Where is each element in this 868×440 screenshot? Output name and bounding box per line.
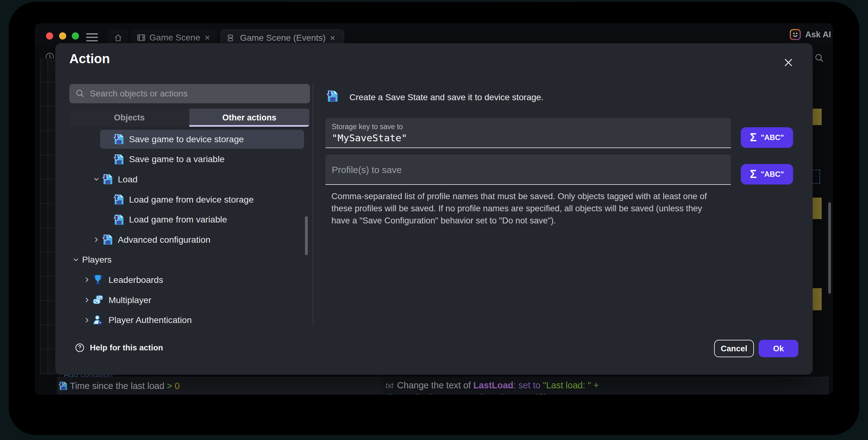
tab-objects[interactable]: Objects: [69, 109, 189, 127]
action-search[interactable]: [69, 84, 310, 103]
tree-item[interactable]: Load: [69, 169, 309, 189]
condition-row[interactable]: Time since the last load > 0: [57, 377, 382, 394]
txt-icon: txt: [385, 381, 393, 390]
ask-ai-button[interactable]: Ask AI: [789, 29, 831, 40]
tree-item-label: Players: [82, 255, 112, 265]
condition-text: Time since the last load: [70, 381, 164, 391]
tree-item[interactable]: Multiplayer: [69, 290, 309, 310]
save-icon: [113, 154, 124, 165]
tree-scrollbar[interactable]: [305, 216, 308, 255]
field-value: "MySaveState": [332, 132, 407, 143]
tree-item-label: Save game to device storage: [129, 134, 244, 144]
desktop: { "colors": { "accent": "#5636e8", "tab_…: [0, 0, 868, 440]
save-icon: [102, 174, 113, 185]
events-scrollbar[interactable]: [828, 202, 831, 294]
expression-builder-button[interactable]: Σ "ABC": [741, 127, 793, 148]
chevron-right-icon[interactable]: [84, 297, 90, 303]
sigma-icon: Σ: [750, 132, 757, 143]
chevron-down-icon[interactable]: [72, 256, 79, 263]
tree-item[interactable]: Leaderboards: [69, 270, 309, 290]
help-icon: [74, 343, 85, 353]
search-icon[interactable]: [814, 53, 825, 64]
tab-label: Game Scene (Events): [240, 33, 326, 43]
tab-label: Game Scene: [150, 33, 200, 42]
save-icon: [326, 90, 338, 102]
cancel-button[interactable]: Cancel: [714, 340, 754, 357]
tree-item-label: Load game from device storage: [129, 195, 254, 205]
menu-icon[interactable]: [86, 33, 98, 41]
action-parts: Change the text of LastLoad: set to "Las…: [397, 380, 598, 390]
window-minimize-button[interactable]: [59, 32, 66, 39]
load-icon: [113, 214, 124, 225]
tree-item[interactable]: Load game from device storage: [69, 189, 309, 210]
chevron-right-icon[interactable]: [84, 276, 90, 283]
app-window: Game Scene Game Scene (Events) Ask AI Ad…: [35, 23, 833, 394]
tree-item[interactable]: Save game to a variable: [69, 149, 309, 170]
gamepad-icon: [92, 294, 103, 305]
tree-item[interactable]: Advanced configuration: [69, 230, 309, 250]
trophy-icon: [92, 274, 103, 285]
sigma-icon: Σ: [750, 169, 757, 180]
home-icon: [114, 33, 123, 42]
window-zoom-button[interactable]: [72, 32, 79, 39]
chevron-right-icon[interactable]: [93, 236, 100, 243]
tree-item-label: Leaderboards: [108, 275, 163, 285]
ask-ai-icon: [789, 29, 801, 40]
condition-value: [172, 381, 175, 391]
tab-other-actions[interactable]: Other actions: [189, 109, 309, 127]
tree-item-label: Player Authentication: [108, 315, 192, 325]
close-tab-icon[interactable]: [204, 34, 211, 41]
save-icon: [102, 234, 113, 245]
ask-ai-label: Ask AI: [805, 30, 831, 39]
tree-item[interactable]: Load game from variable: [69, 209, 309, 230]
close-tab-icon[interactable]: [329, 34, 336, 41]
condition-operator: [164, 381, 167, 391]
action-dialog: Action Objects Other actions Save game t…: [55, 43, 813, 375]
actions-tree: Save game to device storageSave game to …: [69, 129, 309, 330]
person-icon: [92, 315, 103, 326]
expression-builder-button[interactable]: Σ "ABC": [741, 164, 793, 184]
dialog-tabs: Objects Other actions: [69, 109, 309, 127]
close-dialog-icon[interactable]: [782, 56, 795, 69]
profiles-field[interactable]: Profile(s) to save: [326, 155, 731, 185]
window-close-button[interactable]: [46, 32, 53, 39]
load-icon: [113, 194, 124, 205]
save-icon: [58, 381, 67, 390]
tree-item-label: Multiplayer: [108, 295, 151, 305]
field-helper-text: Comma-separated list of profile names th…: [332, 190, 721, 227]
titlebar: Game Scene Game Scene (Events) Ask AI: [35, 23, 833, 46]
tree-item[interactable]: Save game to device storage: [69, 129, 309, 149]
tree-item[interactable]: Player Authentication: [69, 310, 309, 330]
events-icon: [227, 33, 236, 42]
field-label: Storage key to save to: [332, 123, 403, 131]
chevron-down-icon[interactable]: [93, 176, 100, 183]
tree-item[interactable]: Players: [69, 250, 309, 270]
storage-key-field[interactable]: Storage key to save to "MySaveState": [326, 118, 731, 148]
action-expression-line2: Tx ToString(SaveState.TimeSinceLoad()) +…: [385, 393, 568, 394]
pane-divider: [313, 83, 313, 326]
field-placeholder: Profile(s) to save: [332, 165, 402, 175]
tree-item-label: Save game to a variable: [129, 154, 224, 164]
chevron-right-icon[interactable]: [84, 317, 90, 324]
action-row[interactable]: txt Change the text of LastLoad: set to …: [383, 377, 829, 394]
help-link[interactable]: Help for this action: [74, 343, 163, 353]
events-sheet-bottom: Add condition Time since the last load >…: [55, 375, 829, 394]
search-icon: [75, 88, 86, 99]
tree-item-label: Load game from variable: [129, 214, 227, 225]
tree-item-label: Advanced configuration: [118, 235, 211, 245]
action-description: Create a Save State and save it to devic…: [349, 92, 544, 102]
dialog-title: Action: [69, 51, 110, 66]
text-object-icon: Tx: [385, 394, 393, 394]
scene-icon: [137, 33, 146, 42]
events-sheet-edge-line: [47, 58, 48, 375]
search-input[interactable]: [90, 89, 304, 99]
ok-button[interactable]: Ok: [758, 340, 798, 357]
tree-item-label: Load: [118, 174, 137, 184]
save-icon: [113, 134, 124, 145]
help-label: Help for this action: [90, 343, 163, 353]
